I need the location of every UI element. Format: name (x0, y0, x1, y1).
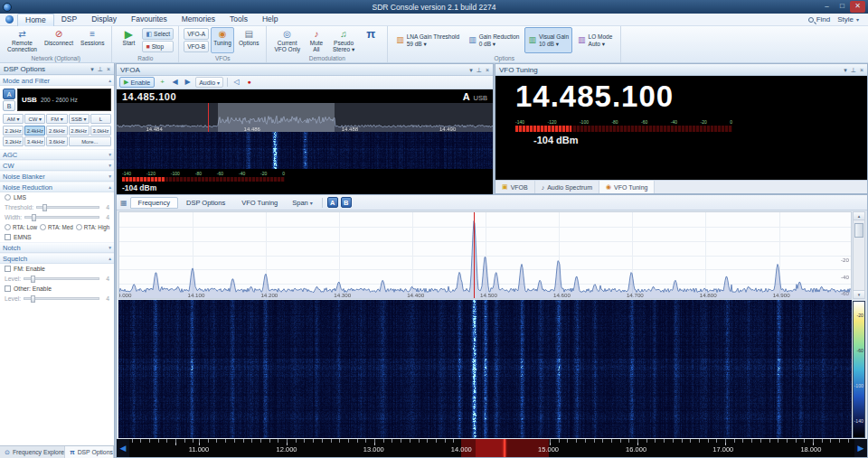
dsp-panel-header[interactable]: DSP Options ▾ ⊥ × (0, 63, 114, 75)
scroll-up-icon[interactable]: ▴ (854, 212, 864, 220)
arrow-left-icon[interactable]: ◀ (170, 77, 180, 88)
rta-radio[interactable] (5, 224, 11, 230)
gain-dropdown-button[interactable]: ▥ LO Mode Auto ▾ (574, 27, 616, 53)
vfoa-waterfall-canvas[interactable] (117, 132, 493, 169)
span-dropdown-button[interactable]: Span ▾ (287, 198, 318, 208)
find-button[interactable]: Find (808, 15, 831, 23)
menu-tab[interactable]: Home (17, 14, 54, 26)
chevron-down-icon[interactable]: ▾ (90, 63, 94, 75)
filter-button[interactable]: 2.8kHz (69, 126, 90, 136)
chevron-down-icon[interactable]: ▾ (469, 64, 473, 76)
filter-button[interactable]: More... (69, 136, 111, 146)
vertical-scrollbar[interactable]: ▴ ▾ (853, 211, 865, 299)
close-button[interactable]: ✕ (850, 1, 865, 13)
disconnect-button[interactable]: ⊘ Disconnect (42, 27, 76, 53)
vfo-a-toggle[interactable]: A (3, 89, 15, 99)
pin-icon[interactable]: ⊥ (851, 64, 856, 76)
left-panel-tab[interactable]: π DSP Options (65, 446, 114, 458)
vfo-tuning-tab[interactable]: ▣ VFOB (495, 181, 535, 193)
rta-option[interactable]: RTA: High (76, 224, 109, 230)
emns-checkbox[interactable] (5, 234, 11, 240)
pseudo-stereo-button[interactable]: ♫ Pseudo Stereo ▾ (330, 27, 357, 53)
pin-icon[interactable]: ⊥ (476, 64, 482, 76)
maximize-button[interactable]: □ (835, 1, 850, 13)
mode-button[interactable]: SSB ▾ (69, 114, 90, 124)
vfo-tuning-display[interactable]: 14.485.100 -140-120-100-80-60-40-200 -10… (495, 76, 867, 180)
record-icon[interactable]: ● (244, 77, 254, 88)
slider-thumb[interactable] (31, 276, 35, 283)
style-button[interactable]: Style ▾ (837, 15, 859, 23)
start-button[interactable]: ▶ Start (117, 27, 140, 53)
slider-thumb[interactable] (42, 204, 47, 211)
arrow-right-icon[interactable]: ▶ (183, 77, 193, 88)
vfo-tuning-tab[interactable]: ♪ Audio Spectrum (535, 181, 599, 193)
filter-button[interactable]: 2.4kHz (24, 126, 45, 136)
slider-thumb[interactable] (32, 214, 36, 221)
vfo-b-toggle[interactable]: B (3, 100, 15, 111)
select-button[interactable]: ◧ Select (142, 28, 174, 40)
main-spectrum[interactable]: 14.00014.10014.20014.30014.40014.50014.6… (118, 211, 852, 299)
mode-button[interactable]: CW ▾ (24, 114, 45, 124)
chevron-down-icon[interactable]: ▾ (844, 64, 847, 76)
gain-dropdown-button[interactable]: ▥ Visual Gain 10 dB ▾ (524, 27, 572, 53)
main-tab[interactable]: DSP Options (178, 197, 233, 209)
vfo-tuning-panel-header[interactable]: VFO Tuning ▾ ⊥ × (495, 64, 867, 76)
section-noise-blanker[interactable]: Noise Blanker ▾ (0, 171, 114, 182)
mute-all-button[interactable]: ♪ Mute All (305, 27, 328, 53)
tuning-frequency-value[interactable]: 14.485.100 (495, 76, 867, 114)
vfoa-frequency-bar[interactable]: 14.485.100 A USB (117, 89, 493, 103)
section-notch[interactable]: Notch ▾ (0, 242, 114, 253)
menu-tab[interactable]: DSP (54, 14, 84, 26)
filter-button[interactable]: 2.2kHz (3, 126, 24, 136)
fm-level-slider[interactable] (24, 277, 99, 280)
minimize-button[interactable]: – (819, 1, 835, 13)
vfo-a-button[interactable]: VFO-A (184, 28, 209, 40)
add-icon[interactable]: + (157, 77, 167, 88)
main-waterfall-canvas[interactable] (118, 300, 852, 438)
left-panel-tab[interactable]: ⊙ Frequency Explorer (0, 446, 65, 458)
vfoa-spectrum[interactable]: 14.48414.48614.48814.490 (117, 103, 493, 132)
section-mode-and-filter[interactable]: Mode and Filter ▴ (0, 75, 114, 86)
filter-button[interactable]: 3.4kHz (24, 136, 45, 146)
vfoa-panel-header[interactable]: VFOA ▾ ⊥ × (117, 64, 493, 76)
gain-dropdown-button[interactable]: ▥ LNA Gain Threshold 59 dB ▾ (392, 27, 463, 53)
sessions-button[interactable]: ≡ Sessions (78, 27, 107, 53)
rta-radio[interactable] (76, 224, 82, 230)
enable-button[interactable]: ▶ Enable (119, 77, 155, 88)
lms-radio[interactable] (5, 194, 11, 201)
vfoa-waterfall[interactable] (117, 132, 493, 169)
section-cw[interactable]: CW ▾ (0, 160, 114, 171)
section-noise-reduction[interactable]: Noise Reduction ▴ (0, 182, 114, 192)
mode-button[interactable]: L (90, 114, 111, 124)
mode-button[interactable]: AM ▾ (3, 114, 24, 124)
dsp-button[interactable]: π (359, 27, 382, 53)
width-slider[interactable] (24, 216, 99, 219)
grid-icon[interactable]: ▦ (118, 199, 129, 207)
scroll-right-button[interactable]: ▶ (854, 439, 867, 457)
main-spectrum-canvas[interactable] (119, 212, 851, 298)
audio-dropdown-button[interactable]: Audio ▾ (195, 77, 223, 88)
scroll-left-button[interactable]: ◀ (117, 439, 129, 457)
other-enable-checkbox[interactable] (5, 285, 11, 292)
filter-button[interactable]: 3.2kHz (3, 136, 24, 146)
vfo-tuning-tab[interactable]: ◉ VFO Tuning (599, 181, 655, 193)
stop-button[interactable]: ■ Stop (142, 41, 174, 52)
rta-radio[interactable] (40, 224, 46, 230)
filter-button[interactable]: 3.0kHz (90, 126, 111, 136)
menu-tab[interactable]: Tools (222, 14, 255, 26)
speaker-icon[interactable]: ◁ (231, 77, 241, 88)
current-vfo-only-button[interactable]: ◎ Current VFO Only (271, 27, 303, 53)
rta-option[interactable]: RTA: Low (5, 224, 37, 230)
pin-icon[interactable]: ⊥ (98, 63, 103, 75)
close-icon[interactable]: × (486, 64, 489, 76)
close-icon[interactable]: × (107, 63, 110, 75)
options-button[interactable]: ▤ Options (236, 27, 261, 53)
menu-tab[interactable]: Memories (175, 14, 222, 26)
tuning-button[interactable]: ◉ Tuning (211, 27, 234, 53)
rta-option[interactable]: RTA: Med (40, 224, 73, 230)
section-squelch[interactable]: Squelch ▴ (0, 253, 114, 264)
menu-tab[interactable]: Favourites (124, 14, 175, 26)
main-waterfall[interactable] (118, 300, 852, 438)
ruler-scale[interactable]: 11.00012.00013.00014.00015.00016.00017.0… (129, 439, 854, 457)
vfo-b-button[interactable]: VFO-B (184, 41, 209, 52)
